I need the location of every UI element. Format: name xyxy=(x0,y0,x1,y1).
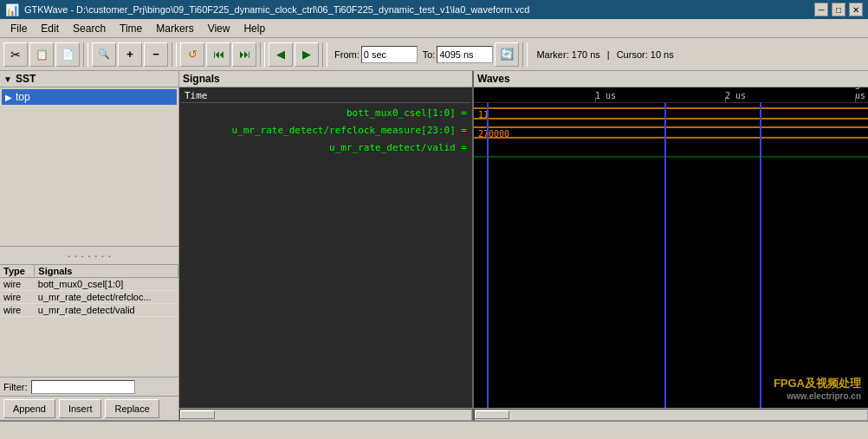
tree-item-top[interactable]: ▶ top xyxy=(2,89,177,105)
collapse-icon[interactable]: ▼ xyxy=(3,74,12,84)
waves-canvas[interactable]: 1 us2 us3 us4 us 11270000 FPGA及视频处理www.e… xyxy=(474,87,868,408)
signal-entry: u_mr_rate_detect/valid = xyxy=(181,139,470,157)
signal-table: Type Signals wirebott_mux0_csel[1:0]wire… xyxy=(0,264,178,377)
signal-type: wire xyxy=(0,291,35,304)
signal-type: wire xyxy=(0,304,35,317)
menubar: FileEditSearchTimeMarkersViewHelp xyxy=(0,19,868,38)
menu-item-edit[interactable]: Edit xyxy=(34,21,66,36)
signals-list: Time bott_mux0_csel[1:0] =u_mr_rate_dete… xyxy=(179,87,472,408)
copy-button[interactable]: 📋 xyxy=(29,42,54,67)
prev-button[interactable]: ◀ xyxy=(269,42,293,67)
menu-item-view[interactable]: View xyxy=(201,21,237,36)
zoom-in-button[interactable]: + xyxy=(118,42,142,67)
waves-scroll-thumb[interactable] xyxy=(475,410,509,419)
sst-panel: ▼ SST ▶ top · · · · · · · Type Signals w… xyxy=(0,71,179,420)
table-row[interactable]: wireu_mr_rate_detect/refcloc... xyxy=(0,291,178,304)
filter-row: Filter: xyxy=(0,377,178,396)
marker-info: Marker: 170 ns xyxy=(536,49,599,60)
toolbar: ✂ 📋 📄 🔍 + − ↺ ⏮ ⏭ ◀ ▶ From: To: 🔄 Marker… xyxy=(0,38,868,71)
menu-item-file[interactable]: File xyxy=(3,21,34,36)
col-type-header: Type xyxy=(0,265,35,278)
signals-header: Signals xyxy=(179,71,472,87)
time-header: Time xyxy=(181,89,470,103)
menu-item-search[interactable]: Search xyxy=(66,21,113,36)
time-ruler: 1 us2 us3 us4 us xyxy=(474,87,868,103)
table-row[interactable]: wireu_mr_rate_detect/valid xyxy=(0,304,178,317)
table-row[interactable]: wirebott_mux0_csel[1:0] xyxy=(0,278,178,291)
signals-scroll-thumb[interactable] xyxy=(180,410,215,419)
cursor-line xyxy=(487,103,489,408)
menu-item-time[interactable]: Time xyxy=(113,21,149,36)
ruler-label: 1 us xyxy=(595,91,616,100)
col-signals-header: Signals xyxy=(35,265,178,278)
signals-panel: Signals Time bott_mux0_csel[1:0] =u_mr_r… xyxy=(179,71,474,420)
bottom-buttons: Append Insert Replace xyxy=(0,396,178,420)
signal-entry: u_mr_rate_detect/refclock_measure[23:0] … xyxy=(181,122,470,139)
to-label: To: xyxy=(423,49,436,60)
sst-tree[interactable]: ▶ top xyxy=(0,87,178,246)
main-content: ▼ SST ▶ top · · · · · · · Type Signals w… xyxy=(0,71,868,420)
titlebar-controls: ─ □ ✕ xyxy=(814,3,863,16)
close-button[interactable]: ✕ xyxy=(849,3,863,16)
app-icon: 📊 xyxy=(5,3,19,16)
replace-button[interactable]: Replace xyxy=(105,399,159,418)
zoom-fit-button[interactable]: 🔍 xyxy=(92,42,116,67)
undo-button[interactable]: ↺ xyxy=(180,42,204,67)
tree-item-label: top xyxy=(16,91,30,103)
signal-name: u_mr_rate_detect/valid xyxy=(35,304,178,317)
ruler-label: 2 us xyxy=(725,91,746,100)
ruler-label: 3 us xyxy=(855,87,868,100)
from-label: From: xyxy=(334,49,360,60)
zoom-out-button[interactable]: − xyxy=(144,42,168,67)
tree-expand-icon: ▶ xyxy=(5,93,12,102)
from-input[interactable] xyxy=(361,46,418,63)
wave-svg-1: 270000 xyxy=(474,126,868,139)
signal-name: u_mr_rate_detect/refcloc... xyxy=(35,291,178,304)
refresh-button[interactable]: 🔄 xyxy=(495,42,519,67)
wave-svg-2 xyxy=(474,146,868,158)
waves-header: Waves xyxy=(474,71,868,87)
end-button[interactable]: ⏭ xyxy=(232,42,256,67)
menu-item-markers[interactable]: Markers xyxy=(149,21,200,36)
cut-button[interactable]: ✂ xyxy=(3,42,28,67)
filter-label: Filter: xyxy=(3,382,28,392)
sst-dots: · · · · · · · xyxy=(0,246,178,264)
filter-input[interactable] xyxy=(31,380,135,394)
cursor-info: Cursor: 10 ns xyxy=(617,49,674,60)
ruler-tick xyxy=(595,97,596,102)
menu-item-help[interactable]: Help xyxy=(236,21,272,36)
waves-panel: Waves 1 us2 us3 us4 us 11270000 FPGA及视频处… xyxy=(474,71,868,420)
separator-bar: | xyxy=(607,49,610,60)
minimize-button[interactable]: ─ xyxy=(814,3,828,16)
signals-scrollbar[interactable] xyxy=(179,408,472,420)
signal-name: bott_mux0_csel[1:0] xyxy=(35,278,178,291)
signal-entry: bott_mux0_csel[1:0] = xyxy=(181,105,470,122)
wave-svg-0: 11 xyxy=(474,107,868,120)
titlebar: 📊 GTKWave - D:\customer_Prj\bingo\09_Ti6… xyxy=(0,0,868,19)
wave-display[interactable]: 11270000 xyxy=(474,103,868,408)
ruler-tick xyxy=(725,97,726,102)
toolbar-sep3 xyxy=(260,42,265,67)
toolbar-sep4 xyxy=(322,42,327,67)
begin-button[interactable]: ⏮ xyxy=(206,42,230,67)
maximize-button[interactable]: □ xyxy=(832,3,845,16)
to-input[interactable] xyxy=(437,46,493,63)
waves-scrollbar[interactable] xyxy=(474,408,868,420)
toolbar-sep5 xyxy=(522,42,528,67)
insert-button[interactable]: Insert xyxy=(59,399,102,418)
signal-type: wire xyxy=(0,278,35,291)
marker-line-2 xyxy=(760,103,761,408)
toolbar-sep2 xyxy=(172,42,177,67)
paste-button[interactable]: 📄 xyxy=(55,42,80,67)
toolbar-sep1 xyxy=(83,42,88,67)
next-button[interactable]: ▶ xyxy=(295,42,319,67)
window-title: GTKWave - D:\customer_Prj\bingo\09_Ti60F… xyxy=(24,4,529,15)
append-button[interactable]: Append xyxy=(3,399,55,418)
waves-hscrollbar[interactable] xyxy=(474,409,868,421)
ruler-tick xyxy=(855,97,856,102)
titlebar-left: 📊 GTKWave - D:\customer_Prj\bingo\09_Ti6… xyxy=(5,3,529,16)
sst-header: ▼ SST xyxy=(0,71,178,87)
statusbar xyxy=(0,420,868,439)
svg-text:270000: 270000 xyxy=(478,129,509,139)
signals-hscrollbar[interactable] xyxy=(179,409,472,421)
